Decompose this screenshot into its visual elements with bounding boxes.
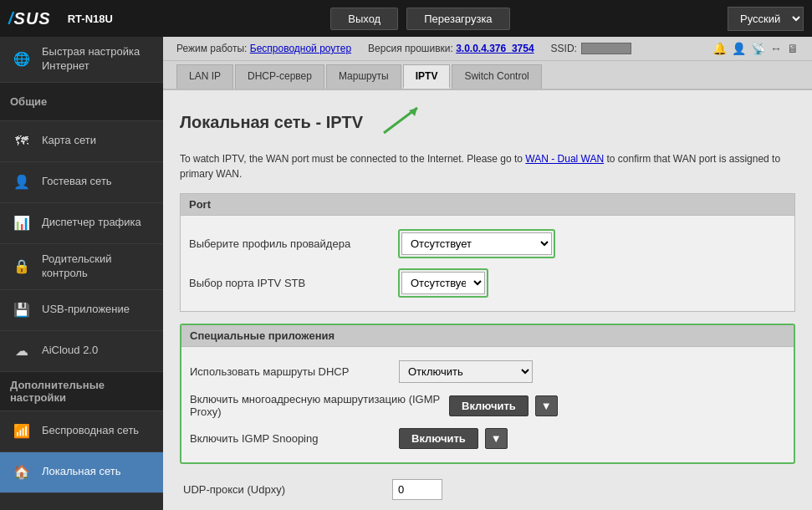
- tab-dhcp[interactable]: DHCP-сервер: [235, 64, 324, 89]
- udp-proxy-label: UDP-прокси (Udpxy): [183, 483, 384, 496]
- igmp-enable-btn[interactable]: Включить: [399, 428, 478, 449]
- dhcp-routes-select[interactable]: Отключить: [399, 360, 533, 383]
- info-bar: Режим работы: Беспроводной роутер Версия…: [163, 37, 812, 61]
- provider-profile-row: Выберите профиль провайдера Отсутствует: [189, 224, 786, 263]
- sidebar-item-usb[interactable]: 💾 USB-приложение: [0, 290, 163, 331]
- provider-profile-select-wrapper: Отсутствует: [398, 229, 555, 258]
- bell-icon: 🔔: [712, 42, 727, 55]
- port-section: Port Выберите профиль провайдера Отсутст…: [180, 193, 795, 312]
- tab-switch[interactable]: Switch Control: [452, 64, 541, 89]
- wifi-icon: 📶: [10, 420, 33, 443]
- sidebar-item-parental[interactable]: 🔒 Родительский контроль: [0, 244, 163, 290]
- sidebar-advanced-label: Дополнительные настройки: [10, 379, 153, 404]
- usb-icon: 💾: [10, 298, 33, 322]
- special-section-title: Специальные приложения: [181, 325, 794, 347]
- provider-profile-select[interactable]: Отсутствует: [401, 232, 552, 255]
- multicast-caret-btn[interactable]: ▼: [535, 395, 558, 416]
- tab-iptv[interactable]: IPTV: [403, 64, 451, 89]
- dhcp-routes-label: Использовать маршруты DHCP: [190, 365, 391, 378]
- multicast-enable-btn[interactable]: Включить: [449, 395, 529, 416]
- tab-routes[interactable]: Маршруты: [326, 64, 401, 89]
- multicast-label: Включить многоадресную маршрутизацию (IG…: [190, 393, 441, 418]
- model-name: RT-N18U: [68, 13, 113, 25]
- ssid-value: [581, 43, 631, 54]
- asus-logo: /SUS: [8, 9, 51, 28]
- sidebar-item-lan[interactable]: 🏠 Локальная сеть: [0, 452, 163, 493]
- person-icon: 👤: [732, 42, 746, 55]
- tab-lan-ip[interactable]: LAN IP: [176, 64, 233, 89]
- sidebar-item-label: Быстрая настройка Интернет: [42, 45, 153, 74]
- sidebar-item-quick-setup[interactable]: 🌐 Быстрая настройка Интернет: [0, 37, 163, 83]
- iptv-port-select-wrapper: Отсутствует: [398, 268, 488, 298]
- special-section: Специальные приложения Использовать марш…: [180, 324, 795, 464]
- page-title: Локальная сеть - IPTV: [180, 104, 795, 141]
- lock-icon: 🔒: [10, 255, 33, 278]
- igmp-row: Включить IGMP Snooping Включить ▼: [190, 423, 785, 454]
- sidebar-item-label: Беспроводная сеть: [42, 424, 139, 438]
- lan-icon: 🏠: [10, 461, 33, 484]
- traffic-icon: 📊: [10, 212, 33, 235]
- monitor-icon: 🖥: [787, 42, 799, 55]
- firmware-info: Версия прошивки: 3.0.0.4.376_3754: [368, 43, 534, 54]
- signal-icon: 📡: [751, 42, 765, 55]
- sidebar-item-wireless[interactable]: 📶 Беспроводная сеть: [0, 411, 163, 452]
- sidebar-item-label: Родительский контроль: [42, 252, 153, 281]
- sidebar-item-network-map[interactable]: 🗺 Карта сети: [0, 121, 163, 162]
- content-area: Режим работы: Беспроводной роутер Версия…: [163, 37, 812, 510]
- multicast-control: Включить ▼: [449, 395, 785, 416]
- ssid-area: SSID:: [551, 43, 631, 54]
- multicast-btn-row: Включить ▼: [449, 395, 785, 416]
- special-section-content: Использовать маршруты DHCP Отключить Вкл…: [181, 347, 794, 462]
- firmware-link[interactable]: 3.0.0.4.376_3754: [456, 43, 534, 54]
- udp-proxy-input[interactable]: [392, 479, 442, 500]
- sidebar-item-label: USB-приложение: [42, 303, 130, 317]
- dhcp-routes-control: Отключить: [399, 360, 785, 383]
- arrow-icon: ↔: [770, 42, 782, 55]
- provider-profile-label: Выберите профиль провайдера: [189, 237, 390, 250]
- top-bar: /SUS RT-N18U Выход Перезагрузка Русский: [0, 0, 812, 37]
- language-select[interactable]: Русский: [728, 7, 804, 31]
- sidebar-item-label: Локальная сеть: [42, 465, 120, 479]
- iptv-port-row: Выбор порта IPTV STB Отсутствует: [189, 263, 786, 303]
- arrow-decoration: [380, 104, 430, 141]
- sidebar-item-traffic[interactable]: 📊 Диспетчер трафика: [0, 203, 163, 244]
- udp-proxy-control: [392, 479, 795, 500]
- port-section-content: Выберите профиль провайдера Отсутствует …: [181, 216, 794, 311]
- sidebar: 🌐 Быстрая настройка Интернет Общие 🗺 Кар…: [0, 37, 163, 510]
- igmp-label: Включить IGMP Snooping: [190, 432, 391, 445]
- mode-link[interactable]: Беспроводной роутер: [250, 43, 351, 54]
- sidebar-advanced-header: Дополнительные настройки: [0, 372, 163, 411]
- sidebar-item-label: Карта сети: [42, 134, 96, 148]
- tabs-bar: LAN IP DHCP-сервер Маршруты IPTV Switch …: [163, 61, 812, 90]
- port-section-title: Port: [181, 194, 794, 216]
- dual-wan-link[interactable]: WAN - Dual WAN: [525, 153, 604, 165]
- provider-profile-control: Отсутствует: [398, 229, 786, 258]
- page-description: To watch IPTV, the WAN port must be conn…: [180, 151, 795, 181]
- sidebar-general-header: Общие: [0, 83, 163, 121]
- sidebar-item-label: Гостевая сеть: [42, 175, 112, 189]
- sidebar-item-label: AiCloud 2.0: [42, 344, 98, 358]
- top-icons-row: 🔔 👤 📡 ↔ 🖥: [712, 42, 799, 55]
- globe-icon: 🌐: [10, 48, 33, 71]
- sidebar-general-label: Общие: [10, 95, 47, 108]
- sidebar-item-aicloud[interactable]: ☁ AiCloud 2.0: [0, 331, 163, 372]
- page-content: Локальная сеть - IPTV To watch IPTV, the…: [163, 90, 812, 510]
- dhcp-routes-row: Использовать маршруты DHCP Отключить: [190, 355, 785, 388]
- user-icon: 👤: [10, 171, 33, 194]
- cloud-icon: ☁: [10, 339, 33, 363]
- iptv-port-select[interactable]: Отсутствует: [401, 272, 485, 294]
- main-layout: 🌐 Быстрая настройка Интернет Общие 🗺 Кар…: [0, 37, 812, 510]
- udp-proxy-row: UDP-прокси (Udpxy): [183, 476, 795, 503]
- multicast-row: Включить многоадресную маршрутизацию (IG…: [190, 388, 785, 423]
- igmp-control: Включить ▼: [399, 428, 785, 449]
- reboot-button[interactable]: Перезагрузка: [406, 8, 509, 30]
- exit-button[interactable]: Выход: [330, 8, 398, 30]
- sidebar-item-guest-net[interactable]: 👤 Гостевая сеть: [0, 162, 163, 203]
- mode-label: Режим работы: Беспроводной роутер: [176, 43, 351, 54]
- igmp-btn-row: Включить ▼: [399, 428, 785, 449]
- igmp-caret-btn[interactable]: ▼: [485, 428, 508, 449]
- iptv-port-control: Отсутствует: [398, 268, 786, 298]
- sidebar-item-label: Диспетчер трафика: [42, 216, 141, 230]
- map-icon: 🗺: [10, 130, 33, 153]
- iptv-port-label: Выбор порта IPTV STB: [189, 277, 390, 289]
